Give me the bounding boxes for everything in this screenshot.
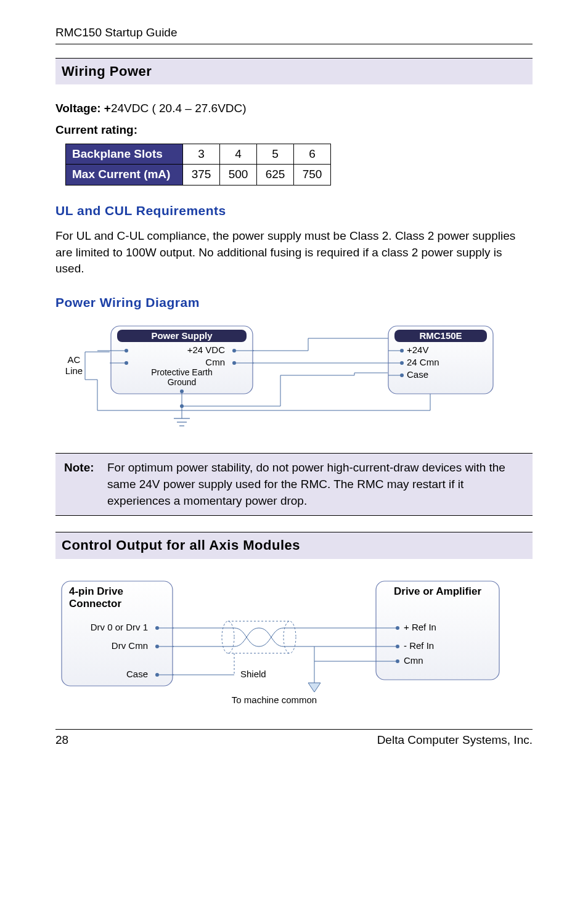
ref-in-plus-label: + Ref In (404, 622, 436, 632)
current-rating-label: Current rating: (55, 122, 533, 139)
rmc-24cmn-label: 24 Cmn (407, 357, 439, 367)
table-cell: 5 (257, 144, 294, 165)
page-footer: 28 Delta Computer Systems, Inc. (55, 729, 533, 749)
svg-point-2 (125, 361, 128, 365)
ps-24vdc-label: +24 VDC (187, 344, 225, 355)
voltage-label: Voltage: + (55, 102, 111, 115)
ac-line-label-2: Line (65, 365, 83, 376)
case-label: Case (126, 669, 148, 679)
table-cell: 750 (294, 165, 331, 185)
ps-cmn-label: Cmn (205, 357, 225, 367)
ps-pe-label-1: Protective Earth (151, 367, 213, 377)
amp-cmn-label: Cmn (404, 655, 423, 666)
table-row: Backplane Slots 3 4 5 6 (66, 144, 331, 165)
page-number: 28 (55, 732, 68, 749)
rmc150e-title: RMC150E (419, 330, 462, 341)
svg-point-0 (125, 349, 128, 353)
control-output-diagram: 4-pin Drive Connector Drv 0 or Drv 1 Drv… (55, 575, 530, 711)
table-cell: 4 (220, 144, 257, 165)
drvcmn-label: Drv Cmn (112, 640, 148, 651)
svg-marker-37 (308, 683, 321, 692)
rmc-24v-label: +24V (407, 344, 428, 355)
drive-connector-title-2: Connector (69, 598, 121, 609)
svg-point-38 (396, 626, 399, 630)
table-cell: 375 (183, 165, 220, 185)
note-text: For optimum power stability, do not powe… (107, 460, 524, 509)
ul-cul-heading: UL and CUL Requirements (55, 202, 533, 219)
table-cell: 500 (220, 165, 257, 185)
svg-point-18 (400, 373, 404, 377)
voltage-line: Voltage: +24VDC ( 20.4 – 27.6VDC) (55, 100, 533, 117)
table-row: Max Current (mA) 375 500 625 750 (66, 165, 331, 185)
svg-point-30 (222, 621, 234, 653)
svg-point-31 (284, 621, 296, 653)
table-cell: 6 (294, 144, 331, 165)
svg-point-24 (155, 673, 159, 677)
page-header: RMC150 Startup Guide (55, 25, 533, 44)
note-box: Note: For optimum power stability, do no… (55, 453, 533, 516)
ul-cul-paragraph: For UL and C-UL compliance, the power su… (55, 228, 533, 277)
svg-point-20 (155, 626, 159, 630)
to-machine-common-label: To machine common (232, 695, 317, 705)
control-output-heading: Control Output for all Axis Modules (55, 532, 533, 559)
current-rating-table: Backplane Slots 3 4 5 6 Max Current (mA)… (65, 144, 331, 185)
ps-pe-label-2: Ground (168, 377, 197, 387)
table-cell: 3 (183, 144, 220, 165)
svg-point-4 (232, 349, 236, 353)
drive-connector-title-1: 4-pin Drive (69, 585, 123, 597)
ac-line-label: AC (68, 354, 81, 365)
rmc-case-label: Case (407, 369, 428, 380)
svg-point-13 (180, 404, 184, 408)
svg-point-8 (180, 389, 184, 393)
voltage-value: 24VDC ( 20.4 – 27.6VDC) (111, 102, 247, 115)
svg-point-6 (232, 361, 236, 365)
svg-point-14 (400, 349, 404, 353)
svg-point-22 (155, 645, 159, 648)
max-current-head: Max Current (mA) (66, 165, 183, 185)
power-wiring-diagram-heading: Power Wiring Diagram (55, 293, 533, 311)
note-label: Note: (64, 460, 107, 509)
company-name: Delta Computer Systems, Inc. (377, 732, 533, 749)
ref-in-minus-label: - Ref In (404, 640, 434, 651)
wiring-power-heading: Wiring Power (55, 58, 533, 85)
power-supply-title: Power Supply (151, 330, 213, 341)
drv0-or-drv1-label: Drv 0 or Drv 1 (91, 622, 148, 632)
backplane-slots-head: Backplane Slots (66, 144, 183, 165)
shield-label: Shield (240, 669, 266, 679)
table-cell: 625 (257, 165, 294, 185)
drive-amplifier-title: Drive or Amplifier (394, 585, 481, 597)
svg-point-16 (400, 361, 404, 365)
svg-point-40 (396, 645, 399, 648)
power-wiring-diagram: AC Line Power Supply +24 VDC Cmn Protect… (55, 320, 499, 443)
svg-point-42 (396, 659, 399, 663)
